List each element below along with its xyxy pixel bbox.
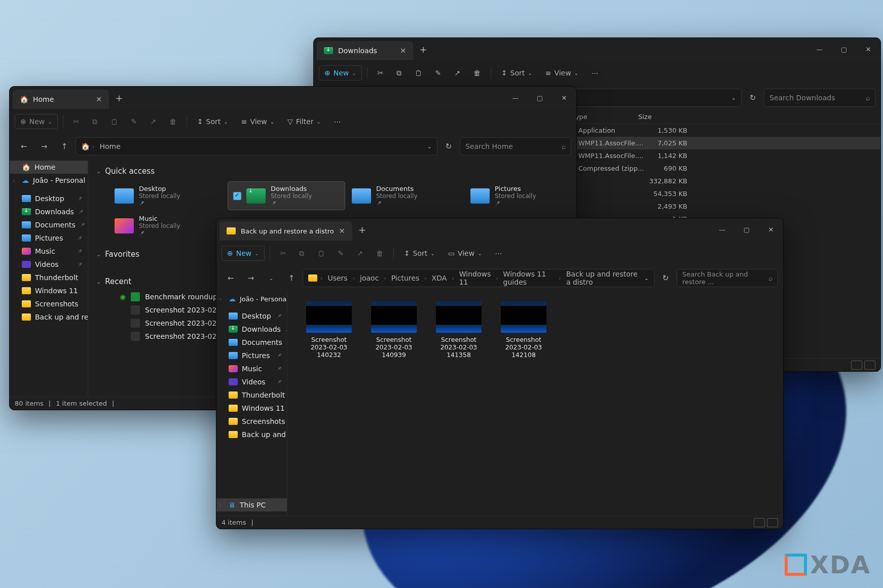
quick-access-desktop[interactable]: DesktopStored locally📌︎ (109, 182, 226, 210)
up-button[interactable]: ↑ (282, 269, 301, 287)
quick-access-pictures[interactable]: PicturesStored locally📌︎ (465, 182, 576, 210)
sidebar-item-windows11[interactable]: Windows 11 (10, 284, 88, 297)
cut-button[interactable]: ✂ (373, 66, 389, 80)
cut-button[interactable]: ✂ (275, 246, 291, 260)
column-type[interactable]: Type (572, 113, 638, 121)
file-item[interactable]: Screenshot2023-02-03140939 (369, 301, 419, 359)
view-button[interactable]: ▭ View ⌄ (443, 246, 487, 260)
back-button[interactable]: ← (15, 137, 33, 155)
close-button[interactable]: ✕ (552, 87, 576, 109)
more-button[interactable]: ⋯ (586, 66, 604, 80)
sidebar-item-music[interactable]: Music📌︎ (10, 245, 88, 258)
cut-button[interactable]: ✂ (68, 114, 85, 129)
sidebar-item-documents[interactable]: Documents📌︎ (10, 218, 88, 231)
file-item[interactable]: Screenshot2023-02-03140232 (304, 301, 354, 359)
crumb-windows11[interactable]: Windows 11 (457, 269, 493, 287)
sort-button[interactable]: ↕ Sort ⌄ (192, 114, 233, 129)
maximize-button[interactable]: ▢ (734, 218, 759, 241)
refresh-button[interactable]: ↻ (656, 269, 675, 287)
sort-button[interactable]: ↕ Sort ⌄ (399, 246, 440, 260)
new-tab-button[interactable]: + (352, 218, 373, 241)
view-button[interactable]: ≡ View ⌄ (236, 114, 279, 129)
refresh-button[interactable]: ↻ (744, 89, 762, 107)
minimize-button[interactable]: — (710, 218, 734, 241)
close-button[interactable]: ✕ (856, 38, 880, 60)
breadcrumb-home[interactable]: Home (97, 141, 122, 151)
forward-button[interactable]: → (242, 269, 260, 287)
delete-button[interactable]: 🗑︎ (371, 246, 388, 260)
sidebar-item-pictures[interactable]: Pictures📌︎ (216, 349, 287, 362)
sidebar-item-documents[interactable]: Documents📌︎ (216, 336, 287, 349)
up-button[interactable]: ↑ (55, 137, 73, 155)
tab-close-button[interactable]: ✕ (400, 47, 406, 55)
search-box[interactable]: Search Home ⌕ (460, 137, 571, 155)
sidebar-item-screenshots[interactable]: Screenshots (216, 415, 287, 428)
quick-access-documents[interactable]: DocumentsStored locally📌︎ (347, 182, 463, 210)
icons-view-button[interactable] (767, 518, 778, 527)
share-button[interactable]: ↗ (145, 114, 161, 129)
address-bar[interactable]: 🏠 › Home ⌄ (76, 137, 437, 155)
dropdown-button[interactable]: ⌄ (262, 269, 280, 287)
sidebar-item-downloads[interactable]: Downloads📌︎ (216, 323, 287, 336)
paste-button[interactable]: 📋︎ (312, 246, 329, 260)
new-button[interactable]: ⊕ New ⌄ (222, 246, 265, 261)
refresh-button[interactable]: ↻ (439, 137, 458, 155)
minimize-button[interactable]: — (503, 87, 528, 109)
crumb-pictures[interactable]: Pictures (389, 273, 421, 283)
sort-button[interactable]: ↕ Sort ⌄ (496, 66, 537, 80)
delete-button[interactable]: 🗑︎ (164, 114, 181, 129)
sidebar-item-videos[interactable]: Videos📌︎ (216, 375, 287, 388)
sidebar-item-backup[interactable]: Back up and res (216, 428, 287, 441)
crumb-guides[interactable]: Windows 11 guides (501, 269, 556, 287)
paste-button[interactable]: 📋︎ (410, 66, 427, 80)
sidebar-item-screenshots[interactable]: Screenshots (10, 297, 88, 310)
back-button[interactable]: ← (222, 269, 240, 287)
sidebar-item-backup[interactable]: Back up and res (10, 310, 88, 324)
copy-button[interactable]: ⧉ (391, 66, 407, 81)
share-button[interactable]: ↗ (449, 66, 465, 80)
file-item[interactable]: Screenshot2023-02-03141358 (433, 301, 484, 359)
tab-home[interactable]: 🏠 Home ✕ (13, 90, 109, 109)
rename-button[interactable]: ✎ (430, 66, 446, 80)
sidebar-item-videos[interactable]: Videos📌︎ (10, 258, 88, 271)
new-tab-button[interactable]: + (413, 38, 433, 60)
crumb-backup[interactable]: Back up and restore a distro (564, 269, 642, 287)
view-button[interactable]: ≡ View ⌄ (540, 66, 583, 80)
sidebar-item-desktop[interactable]: Desktop📌︎ (10, 192, 88, 205)
icons-view-button[interactable] (864, 361, 875, 370)
rename-button[interactable]: ✎ (333, 246, 349, 260)
new-button[interactable]: ⊕ New ⌄ (319, 65, 362, 81)
quick-access-downloads[interactable]: DownloadsStored locally📌︎ (228, 182, 345, 210)
filter-button[interactable]: ▽ Filter ⌄ (282, 114, 326, 129)
sidebar-item-windows11[interactable]: Windows 11 (216, 402, 287, 415)
share-button[interactable]: ↗ (352, 246, 368, 260)
details-view-button[interactable] (754, 518, 765, 527)
sidebar-item-music[interactable]: Music📌︎ (216, 362, 287, 375)
sidebar-home[interactable]: 🏠Home (10, 161, 88, 174)
copy-button[interactable]: ⧉ (294, 246, 309, 261)
sidebar-personal[interactable]: ›☁João - Personal (216, 292, 287, 305)
details-view-button[interactable] (851, 361, 862, 370)
tab-downloads[interactable]: Downloads ✕ (317, 41, 413, 60)
new-button[interactable]: ⊕ New ⌄ (15, 114, 58, 129)
more-button[interactable]: ⋯ (329, 114, 346, 129)
search-box[interactable]: Search Downloads ⌕ (764, 89, 875, 107)
forward-button[interactable]: → (35, 137, 53, 155)
checkbox-checked-icon[interactable] (233, 192, 241, 200)
tab-backup[interactable]: Back up and restore a distro ✕ (219, 221, 352, 241)
tab-close-button[interactable]: ✕ (339, 227, 345, 235)
crumb-xda[interactable]: XDA (430, 273, 449, 283)
section-quick-access[interactable]: ⌄Quick access (94, 163, 570, 180)
address-bar[interactable]: ›Users ›joaoc ›Pictures ›XDA ›Windows 11… (303, 269, 654, 287)
more-button[interactable]: ⋯ (490, 246, 507, 260)
sidebar-item-pictures[interactable]: Pictures📌︎ (10, 231, 88, 245)
rename-button[interactable]: ✎ (126, 114, 142, 129)
maximize-button[interactable]: ▢ (528, 87, 552, 109)
sidebar-item-thunderbolt[interactable]: Thunderbolt (10, 271, 88, 284)
sidebar-item-thunderbolt[interactable]: Thunderbolt (216, 388, 287, 402)
sidebar-personal[interactable]: ›☁João - Personal (10, 174, 88, 187)
minimize-button[interactable]: — (807, 38, 832, 60)
delete-button[interactable]: 🗑︎ (468, 66, 486, 80)
quick-access-music[interactable]: MusicStored locally📌︎ (109, 212, 226, 240)
new-tab-button[interactable]: + (109, 87, 129, 109)
